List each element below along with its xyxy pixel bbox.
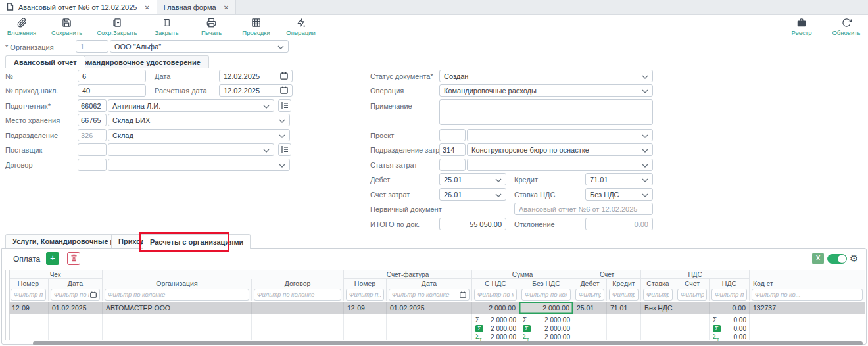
column-header[interactable]: Без НДС [519,279,573,287]
cost-item-select[interactable] [467,159,653,171]
storage-select[interactable]: Склад БИХ [108,114,290,126]
filter-input[interactable] [681,291,704,298]
save-close-button[interactable]: Сохр.Закрыть [97,18,137,36]
filter-input[interactable] [579,291,601,298]
export-excel-button[interactable]: X [812,253,824,264]
column-header[interactable]: Дата [49,279,103,287]
cost-account-select[interactable]: 26.01 [439,188,506,201]
operations-button[interactable]: Операции [286,18,316,36]
filter-input[interactable] [14,291,43,298]
storage-label: Место хранения [5,116,60,124]
project-select[interactable] [467,129,653,141]
filter-input[interactable] [612,291,635,298]
accountable-select[interactable]: Антипина Л.И. [108,99,274,112]
cell-credit[interactable]: 71.01 [607,302,641,314]
cell-vat-account[interactable] [675,302,710,314]
column-header[interactable]: Дебет [573,279,607,287]
cell-check-date[interactable]: 01.02.2025 [49,302,103,314]
supplier-hierarchy-button[interactable] [278,143,291,156]
horizontal-scrollbar[interactable] [33,341,863,345]
table-row[interactable]: 12-09 01.02.2025 АВТОМАСТЕР ООО 12-09 01… [9,302,865,314]
window-tab-main-form[interactable]: Главная форма ✕ [157,0,236,14]
column-header[interactable]: Номер [9,279,49,287]
organization-select[interactable]: ООО "Альфа" [110,40,289,53]
attachments-button[interactable]: Вложения [7,18,37,36]
column-header[interactable]: НДС [710,279,750,287]
note-field[interactable] [439,99,653,125]
door-save-icon [112,18,122,28]
accountable-code-field[interactable]: 66062 [78,99,107,112]
filter-toggle[interactable] [827,254,847,264]
save-button[interactable]: Сохранить [51,18,82,36]
cell-check-number[interactable]: 12-09 [9,302,49,314]
project-code-field[interactable] [439,129,466,141]
cell-contract[interactable] [252,302,344,314]
refresh-button[interactable]: Обновить [831,18,861,36]
close-icon[interactable]: ✕ [224,4,229,11]
gear-icon[interactable]: ⚙ [850,253,858,263]
column-header[interactable]: Счет [675,279,710,287]
tab-settlements-with-organizations[interactable]: Расчеты с организациями [143,234,251,249]
column-header[interactable]: Дата [387,279,472,287]
supplier-select[interactable] [108,143,274,156]
cell-vat-rate[interactable]: Без НДС [641,302,675,314]
cell-organization[interactable]: АВТОМАСТЕР ООО [103,302,252,314]
delete-row-button[interactable] [67,252,80,265]
tab-travel-certificate[interactable]: Командировочное удостоверение [70,55,209,68]
vat-rate-select[interactable]: Без НДС [585,188,653,201]
filter-input[interactable] [392,291,458,298]
debit-select[interactable]: 25.01 [439,173,506,185]
column-header[interactable]: С НДС [472,279,519,287]
column-header[interactable]: Код ст [750,279,865,287]
cell-debit[interactable]: 25.01 [573,302,607,314]
postings-button[interactable]: Проводки [241,18,272,36]
print-button[interactable]: Печать [197,18,227,36]
date-field[interactable]: 12.02.2025 [219,70,293,82]
column-header[interactable]: Организация [103,279,252,287]
cell-vat-amount[interactable]: 0.00 [710,302,750,314]
cell-amount-without-vat-selected[interactable]: 2 000.00 [519,302,573,314]
column-header[interactable]: Номер [344,279,387,287]
filter-input[interactable] [755,291,859,298]
column-header[interactable]: Кредит [607,279,641,287]
filter-input[interactable] [646,291,669,298]
supplier-code-field[interactable] [78,143,107,156]
close-icon[interactable]: ✕ [144,4,149,11]
filter-input[interactable] [54,291,89,298]
cell-invoice-date[interactable]: 01.02.2025 [387,302,472,314]
accountable-hierarchy-button[interactable] [278,99,291,112]
window-tab-advance-report[interactable]: Авансовый отчет №6 от 12.02.2025 ✕ [0,0,157,14]
column-header[interactable]: Ставка [641,279,675,287]
filter-input[interactable] [715,291,744,298]
department-code-field[interactable]: 326 [78,129,107,141]
contract-label: Договор [5,161,33,169]
column-header[interactable]: Договор [252,279,344,287]
filter-input[interactable] [257,291,338,298]
add-row-button[interactable]: + [46,252,59,265]
filter-input[interactable] [349,291,381,298]
cost-department-code-field[interactable]: 314 [439,143,466,156]
cell-amount-with-vat[interactable]: 2 000.00 [472,302,519,314]
storage-code-field[interactable]: 66765 [78,114,107,126]
contract-select[interactable] [108,159,290,171]
cost-item-code-field[interactable] [439,159,466,171]
income-invoice-field[interactable]: 40 [78,84,146,97]
credit-select[interactable]: 71.01 [585,173,653,185]
contract-code-field[interactable] [78,159,107,171]
filter-input[interactable] [477,291,514,298]
department-select[interactable]: Склад [108,129,290,141]
number-field[interactable]: 6 [78,70,146,82]
total-field[interactable]: 55 050.00 [439,218,506,230]
filter-input[interactable] [108,291,246,298]
filter-input[interactable] [525,291,567,298]
close-button[interactable]: Закрыть [152,18,182,36]
tab-advance-report[interactable]: Авансовый отчет [5,55,85,68]
organization-code-field[interactable]: 1 [76,40,108,53]
cost-department-select[interactable]: Конструкторское бюро по оснастке [467,143,653,156]
calc-date-field[interactable]: 12.02.2025 [219,84,293,97]
cell-invoice-number[interactable]: 12-09 [344,302,387,314]
status-select[interactable]: Создан [439,70,653,82]
cell-item-code[interactable]: 132737 [750,302,865,314]
register-button[interactable]: Реестр [786,18,817,36]
operation-select[interactable]: Командировочные расходы [439,84,653,97]
